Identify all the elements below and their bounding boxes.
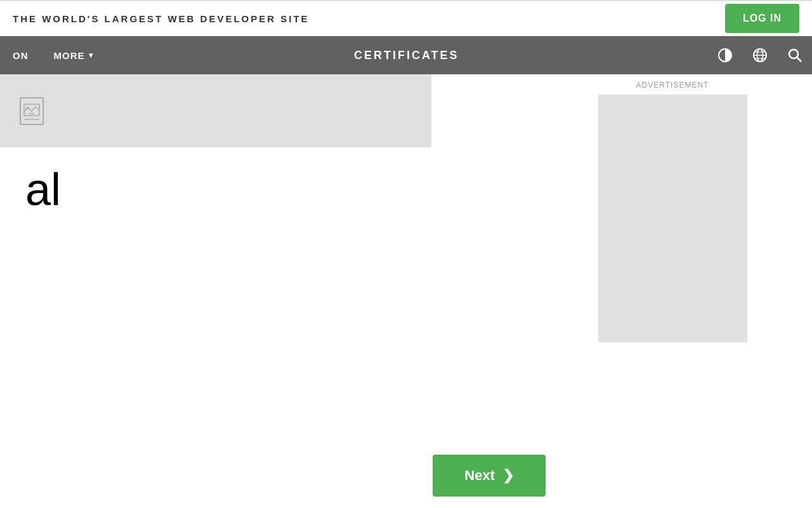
advertisement-label: ADVERTISEMENT (636, 81, 709, 90)
sidebar: ADVERTISEMENT (596, 74, 749, 508)
language-toggle-button[interactable] (742, 36, 777, 74)
nav-item-more[interactable]: MORE ▾ (41, 36, 106, 74)
nav-bar: ON MORE ▾ CERTIFICATES (0, 36, 812, 74)
tutorial-title-area: al (0, 147, 596, 442)
top-bar: THE WORLD'S LARGEST WEB DEVELOPER SITE L… (0, 1, 812, 36)
svg-point-6 (789, 50, 798, 58)
content-area: al Next ❯ (0, 74, 596, 508)
nav-item-on[interactable]: ON (0, 36, 41, 74)
ad-placeholder (598, 95, 747, 342)
nav-more-label: MORE (54, 50, 85, 61)
login-button[interactable]: LOG IN (725, 4, 799, 33)
nav-left: ON MORE ▾ (0, 36, 106, 74)
nav-center: CERTIFICATES (106, 36, 708, 74)
contrast-icon (717, 48, 733, 63)
nav-icons (707, 36, 812, 74)
tutorial-title: al (25, 166, 571, 212)
svg-point-11 (27, 107, 29, 109)
next-button-label: Next (464, 467, 495, 484)
tutorial-image-placeholder (0, 74, 431, 147)
next-chevron-icon: ❯ (502, 467, 514, 484)
site-tagline: THE WORLD'S LARGEST WEB DEVELOPER SITE (13, 13, 310, 24)
svg-line-7 (797, 58, 801, 62)
search-icon (787, 48, 802, 63)
main-content: al Next ❯ ADVERTISEMENT (0, 74, 812, 508)
globe-icon (752, 48, 768, 63)
chevron-down-icon: ▾ (89, 51, 93, 60)
broken-image-icon (19, 97, 44, 126)
contrast-toggle-button[interactable] (707, 36, 742, 74)
next-button-area: Next ❯ (0, 442, 596, 508)
next-button[interactable]: Next ❯ (433, 455, 546, 497)
search-button[interactable] (777, 36, 812, 74)
nav-certificates-link[interactable]: CERTIFICATES (354, 49, 459, 62)
